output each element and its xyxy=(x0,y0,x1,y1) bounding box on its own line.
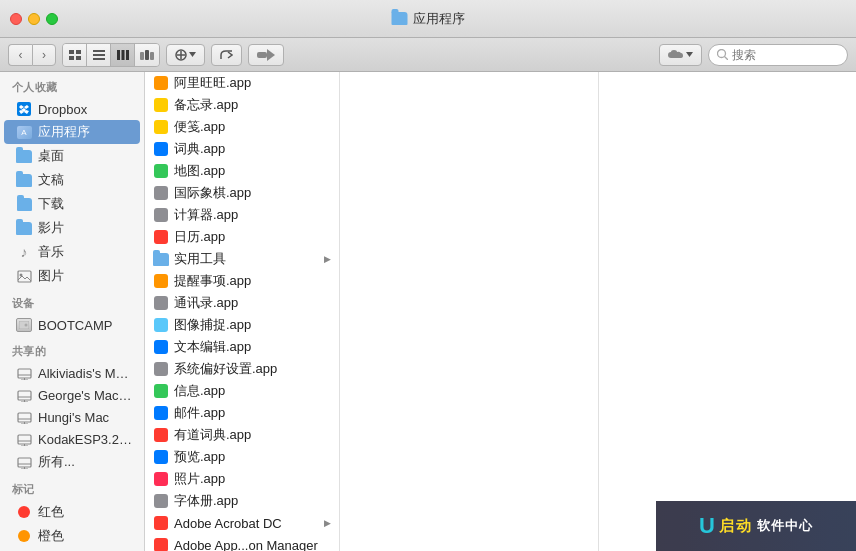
sidebar-item-label: 红色 xyxy=(38,503,64,521)
back-button[interactable]: ‹ xyxy=(8,44,32,66)
file-name: 有道词典.app xyxy=(174,426,331,444)
list-item[interactable]: 计算器.app xyxy=(145,204,339,226)
sidebar-item-label: 所有... xyxy=(38,453,75,471)
svg-marker-16 xyxy=(189,52,196,57)
close-button[interactable] xyxy=(10,13,22,25)
list-item[interactable]: 有道词典.app xyxy=(145,424,339,446)
file-name: 阿里旺旺.app xyxy=(174,74,331,92)
sidebar-item-music[interactable]: ♪ 音乐 xyxy=(4,240,140,264)
file-name: 国际象棋.app xyxy=(174,184,331,202)
list-item[interactable]: 词典.app xyxy=(145,138,339,160)
file-icon xyxy=(153,229,169,245)
sidebar-item-documents[interactable]: 文稿 xyxy=(4,168,140,192)
file-icon xyxy=(153,163,169,179)
list-item[interactable]: 图像捕捉.app xyxy=(145,314,339,336)
sidebar-item-downloads[interactable]: 下载 xyxy=(4,192,140,216)
svg-rect-2 xyxy=(69,56,74,60)
watermark-u: U xyxy=(699,513,715,539)
list-item[interactable]: Adobe Acrobat DC▶ xyxy=(145,512,339,534)
file-icon xyxy=(153,317,169,333)
desktop-icon xyxy=(16,148,32,164)
sidebar-item-pictures[interactable]: 图片 xyxy=(4,264,140,288)
list-item[interactable]: 阿里旺旺.app xyxy=(145,72,339,94)
coverflow-view-button[interactable] xyxy=(135,44,159,66)
file-name: 图像捕捉.app xyxy=(174,316,331,334)
file-name: 预览.app xyxy=(174,448,331,466)
list-view-button[interactable] xyxy=(87,44,111,66)
column-view-button[interactable] xyxy=(111,44,135,66)
file-icon xyxy=(153,427,169,443)
view-buttons xyxy=(62,43,160,67)
svg-rect-4 xyxy=(93,50,105,52)
file-icon xyxy=(153,339,169,355)
svg-point-20 xyxy=(718,50,726,58)
svg-rect-1 xyxy=(76,50,81,54)
movies-icon xyxy=(16,220,32,236)
sidebar-item-all[interactable]: 所有... xyxy=(4,450,140,474)
action-button[interactable] xyxy=(166,44,205,66)
file-icon xyxy=(153,515,169,531)
list-item[interactable]: 国际象棋.app xyxy=(145,182,339,204)
list-item[interactable]: 日历.app xyxy=(145,226,339,248)
list-item[interactable]: 信息.app xyxy=(145,380,339,402)
label-button[interactable] xyxy=(248,44,284,66)
list-item[interactable]: 系统偏好设置.app xyxy=(145,358,339,380)
list-item[interactable]: 字体册.app xyxy=(145,490,339,512)
sidebar-item-movies[interactable]: 影片 xyxy=(4,216,140,240)
list-item[interactable]: 实用工具▶ xyxy=(145,248,339,270)
list-item[interactable]: 便笺.app xyxy=(145,116,339,138)
sidebar-item-label: 应用程序 xyxy=(38,123,90,141)
svg-rect-10 xyxy=(140,52,144,60)
sidebar-item-george[interactable]: George's MacBoo... xyxy=(4,384,140,406)
file-icon xyxy=(153,471,169,487)
column-2 xyxy=(340,72,599,551)
svg-marker-19 xyxy=(686,52,693,57)
search-icon xyxy=(717,49,728,60)
list-item[interactable]: 预览.app xyxy=(145,446,339,468)
file-icon xyxy=(153,251,169,267)
list-item[interactable]: 提醒事项.app xyxy=(145,270,339,292)
window-title: 应用程序 xyxy=(392,10,465,28)
sidebar-item-label: 橙色 xyxy=(38,527,64,545)
list-item[interactable]: 照片.app xyxy=(145,468,339,490)
forward-button[interactable]: › xyxy=(32,44,56,66)
sidebar-item-dropbox[interactable]: Dropbox xyxy=(4,98,140,120)
sidebar-item-hungi[interactable]: Hungi's Mac xyxy=(4,406,140,428)
sidebar-item-label: 文稿 xyxy=(38,171,64,189)
search-input[interactable] xyxy=(732,48,832,62)
file-name: 邮件.app xyxy=(174,404,331,422)
share-button[interactable] xyxy=(211,44,242,66)
sidebar-item-red-tag[interactable]: 红色 xyxy=(4,500,140,524)
file-name: 通讯录.app xyxy=(174,294,331,312)
list-item[interactable]: 邮件.app xyxy=(145,402,339,424)
sidebar-item-kodak[interactable]: KodakESP3.2+2179 xyxy=(4,428,140,450)
sidebar-section-devices: 设备 xyxy=(0,288,144,314)
svg-rect-39 xyxy=(18,413,31,422)
list-item[interactable]: 地图.app xyxy=(145,160,339,182)
cloud-button[interactable] xyxy=(659,44,702,66)
music-icon: ♪ xyxy=(16,244,32,260)
minimize-button[interactable] xyxy=(28,13,40,25)
list-item[interactable]: 通讯录.app xyxy=(145,292,339,314)
traffic-lights xyxy=(10,13,58,25)
list-item[interactable]: 备忘录.app xyxy=(145,94,339,116)
maximize-button[interactable] xyxy=(46,13,58,25)
search-box[interactable] xyxy=(708,44,848,66)
icon-view-button[interactable] xyxy=(63,44,87,66)
svg-rect-7 xyxy=(117,50,120,60)
svg-rect-43 xyxy=(18,435,31,444)
list-item[interactable]: 文本编辑.app xyxy=(145,336,339,358)
svg-rect-0 xyxy=(69,50,74,54)
file-name: Adobe Acrobat DC xyxy=(174,516,319,531)
sidebar-item-bootcamp[interactable]: BOOTCAMP xyxy=(4,314,140,336)
file-icon xyxy=(153,405,169,421)
svg-rect-27 xyxy=(18,271,31,282)
sidebar-item-alkiviadis[interactable]: Alkiviadis's MacB... xyxy=(4,362,140,384)
watermark-subtext: 软件中心 xyxy=(757,517,813,535)
file-list-panel: 阿里旺旺.app备忘录.app便笺.app词典.app地图.app国际象棋.ap… xyxy=(145,72,340,551)
sidebar-item-desktop[interactable]: 桌面 xyxy=(4,144,140,168)
network-icon xyxy=(16,365,32,381)
list-item[interactable]: Adobe App...on Manager xyxy=(145,534,339,551)
sidebar-item-applications[interactable]: A 应用程序 xyxy=(4,120,140,144)
sidebar-item-orange-tag[interactable]: 橙色 xyxy=(4,524,140,548)
